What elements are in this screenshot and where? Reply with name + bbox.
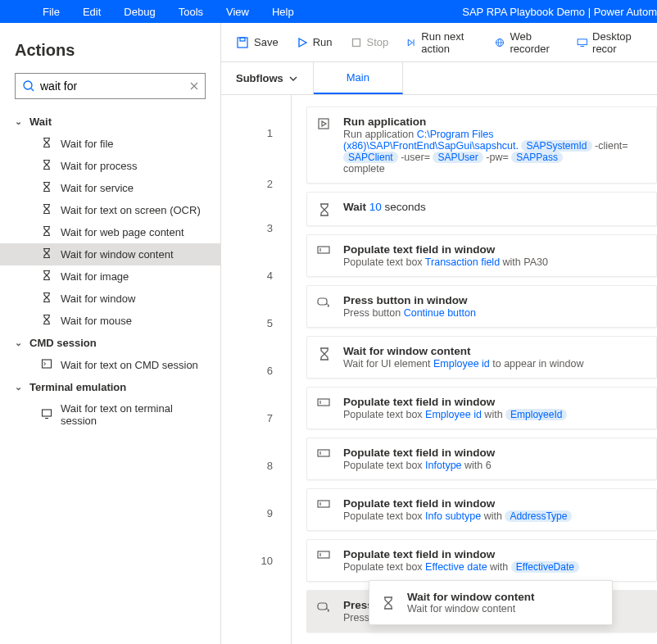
hourglass-icon — [41, 358, 52, 372]
tree-item-label: Wait for image — [61, 270, 129, 283]
step-title: Populate text field in window — [343, 548, 646, 560]
sidebar-title: Actions — [0, 36, 220, 73]
tree-group[interactable]: ⌄Terminal emulation — [0, 376, 220, 398]
step-subtitle: Populate text box Transaction field with… — [343, 256, 646, 268]
run-label: Run — [313, 36, 333, 48]
subflows-dropdown[interactable]: Subflows — [221, 62, 314, 94]
flow-step[interactable]: Press button in windowPress button Conti… — [306, 285, 657, 328]
hourglass-icon — [317, 347, 332, 361]
tree-item[interactable]: Wait for mouse — [0, 310, 220, 332]
line-number: 4 — [221, 256, 291, 304]
drag-preview-title: Wait for window content — [407, 591, 534, 603]
textfield-icon — [317, 499, 332, 514]
chevron-down-icon: ⌄ — [15, 338, 23, 348]
toolbar: Save Run Stop Run next action Web record… — [221, 23, 657, 62]
drag-preview-card[interactable]: Wait for window content Wait for window … — [369, 580, 613, 625]
desktop-recorder-button[interactable]: Desktop recor — [570, 26, 649, 59]
menu-debug[interactable]: Debug — [112, 6, 166, 18]
tree-item-label: Wait for service — [61, 182, 134, 194]
tree-item-label: Wait for text on CMD session — [61, 359, 198, 371]
step-title: Populate text field in window — [343, 396, 646, 408]
step-subtitle: Populate text box Infotype with 6 — [343, 460, 646, 471]
search-input[interactable] — [35, 79, 188, 93]
run-icon — [297, 37, 308, 48]
tree-item[interactable]: Wait for file — [0, 133, 220, 155]
textfield-icon — [317, 245, 332, 260]
tree-item[interactable]: Wait for text on terminal session — [0, 398, 220, 431]
svg-point-0 — [24, 81, 32, 89]
step-subtitle: Wait for UI element Employee id to appea… — [343, 358, 646, 370]
search-field-wrapper[interactable] — [15, 73, 206, 99]
line-number: 7 — [221, 399, 291, 447]
menu-help[interactable]: Help — [261, 6, 306, 18]
desktop-recorder-icon — [577, 37, 588, 48]
menu-view[interactable]: View — [215, 6, 261, 18]
save-button[interactable]: Save — [229, 32, 285, 53]
step-title: Wait 10 seconds — [343, 201, 646, 213]
step-title: Populate text field in window — [343, 497, 646, 510]
svg-rect-9 — [352, 39, 360, 46]
desktop-recorder-label: Desktop recor — [592, 30, 642, 55]
svg-rect-22 — [318, 450, 329, 456]
flow-step[interactable]: Populate text field in windowPopulate te… — [306, 488, 657, 531]
tree-group[interactable]: ⌄Wait — [0, 111, 220, 133]
menu-edit[interactable]: Edit — [71, 6, 112, 18]
svg-rect-17 — [318, 247, 329, 253]
flow-step[interactable]: Wait for window contentWait for UI eleme… — [306, 336, 657, 379]
search-icon — [22, 79, 35, 93]
web-recorder-button[interactable]: Web recorder — [488, 26, 564, 59]
svg-rect-24 — [318, 501, 329, 507]
web-recorder-label: Web recorder — [510, 30, 558, 55]
tree-item[interactable]: Wait for process — [0, 155, 220, 177]
run-next-icon — [406, 37, 416, 48]
clear-icon[interactable] — [188, 80, 200, 92]
actions-sidebar: Actions ⌄WaitWait for fileWait for proce… — [0, 23, 221, 644]
chevron-down-icon: ⌄ — [15, 116, 23, 127]
web-recorder-icon — [495, 36, 505, 49]
tree-group[interactable]: ⌄CMD session — [0, 332, 220, 354]
hourglass-icon — [41, 181, 52, 195]
flow-step[interactable]: Populate text field in windowPopulate te… — [306, 438, 657, 480]
step-title: Press button in window — [343, 294, 646, 306]
textfield-icon — [317, 448, 332, 463]
tree-item[interactable]: Wait for text on screen (OCR) — [0, 199, 220, 221]
line-number: 2 — [221, 168, 291, 209]
tree-item[interactable]: Wait for service — [0, 177, 220, 199]
drag-preview-sub: Wait for window content — [407, 603, 534, 615]
step-title: Populate text field in window — [343, 447, 646, 459]
flow-step[interactable]: Wait 10 seconds — [306, 192, 657, 226]
chevron-down-icon: ⌄ — [15, 382, 23, 392]
hourglass-icon — [41, 408, 52, 422]
button-icon — [317, 601, 332, 615]
tree-item-label: Wait for window — [61, 293, 135, 305]
tree-item[interactable]: Wait for window content — [0, 243, 220, 265]
tree-item-label: Wait for web page content — [61, 226, 184, 238]
tree-item-label: Wait for process — [61, 160, 137, 172]
step-subtitle: Run application C:\Program Files (x86)\S… — [343, 129, 646, 175]
svg-rect-7 — [238, 38, 247, 48]
flow-step[interactable]: Populate text field in windowPopulate te… — [306, 539, 657, 582]
tree-item[interactable]: Wait for text on CMD session — [0, 354, 220, 376]
tree-item-label: Wait for text on screen (OCR) — [61, 204, 201, 216]
run-next-button[interactable]: Run next action — [400, 26, 483, 59]
stop-button[interactable]: Stop — [344, 32, 396, 52]
svg-rect-8 — [240, 38, 245, 41]
hourglass-icon — [317, 202, 332, 217]
tree-item[interactable]: Wait for window — [0, 288, 220, 310]
run-button[interactable]: Run — [290, 32, 339, 52]
flow-step[interactable]: Run applicationRun application C:\Progra… — [306, 107, 657, 184]
tree-item[interactable]: Wait for web page content — [0, 221, 220, 243]
app-menubar: FileEditDebugToolsViewHelp SAP RPA Playb… — [0, 0, 657, 23]
tab-main[interactable]: Main — [314, 62, 403, 94]
line-number: 1 — [221, 107, 291, 168]
hourglass-icon — [41, 137, 52, 151]
app-title: SAP RPA Playbook Demo | Power Autom — [462, 6, 657, 18]
line-number: 9 — [221, 494, 291, 542]
line-number: 6 — [221, 351, 291, 399]
tree-item[interactable]: Wait for image — [0, 265, 220, 288]
flow-step[interactable]: Populate text field in windowPopulate te… — [306, 234, 657, 277]
menu-file[interactable]: File — [31, 6, 71, 18]
svg-rect-14 — [578, 39, 587, 44]
flow-step[interactable]: Populate text field in windowPopulate te… — [306, 387, 657, 429]
menu-tools[interactable]: Tools — [167, 6, 215, 18]
